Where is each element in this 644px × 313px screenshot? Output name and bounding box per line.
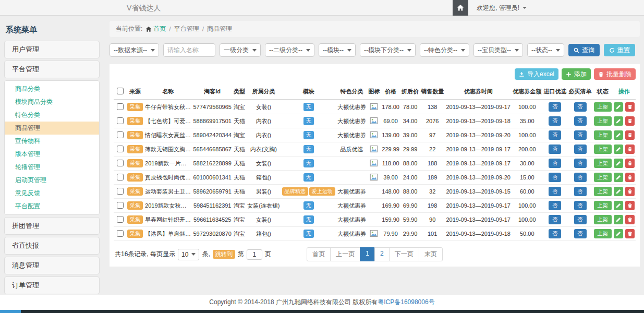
select-all-checkbox[interactable] bbox=[117, 88, 124, 94]
delete-button[interactable] bbox=[625, 159, 635, 168]
sidebar-item[interactable]: 商品分类 bbox=[5, 82, 99, 95]
delete-button[interactable] bbox=[625, 187, 635, 196]
import-select-toggle[interactable]: 否 bbox=[549, 187, 561, 196]
batch-delete-button[interactable]: 批量删除 bbox=[594, 68, 636, 80]
status-button[interactable]: 上架 bbox=[594, 229, 612, 238]
sidebar-item[interactable]: 模块商品分类 bbox=[5, 95, 99, 109]
edit-button[interactable] bbox=[614, 116, 623, 126]
status-button[interactable]: 上架 bbox=[594, 187, 612, 196]
sidebar-group-item[interactable]: 省直快报 bbox=[4, 237, 100, 255]
sidebar-group-item[interactable]: 平台管理 bbox=[4, 61, 100, 78]
must-buy-toggle[interactable]: 否 bbox=[574, 102, 587, 112]
row-checkbox[interactable] bbox=[117, 230, 124, 237]
import-select-toggle[interactable]: 否 bbox=[549, 145, 561, 154]
import-select-toggle[interactable]: 否 bbox=[549, 215, 561, 224]
pagination-button[interactable]: 上一页 bbox=[330, 247, 360, 261]
edit-button[interactable] bbox=[614, 229, 623, 238]
status-button[interactable]: 上架 bbox=[594, 116, 612, 126]
jump-page-input[interactable] bbox=[247, 249, 262, 260]
edit-button[interactable] bbox=[614, 187, 623, 196]
import-excel-button[interactable]: 导入excel bbox=[515, 68, 558, 80]
sidebar-item[interactable]: 宣传物料 bbox=[5, 135, 99, 148]
must-buy-toggle[interactable]: 否 bbox=[574, 187, 587, 196]
sidebar-item[interactable]: 特色分类 bbox=[5, 109, 99, 122]
status-button[interactable]: 上架 bbox=[594, 102, 612, 112]
must-buy-toggle[interactable]: 否 bbox=[574, 215, 587, 224]
must-buy-toggle[interactable]: 否 bbox=[574, 229, 587, 238]
sidebar-item[interactable]: 轮播管理 bbox=[5, 161, 99, 174]
filter-select[interactable]: --模块下分类-- bbox=[360, 43, 416, 57]
delete-button[interactable] bbox=[625, 116, 635, 126]
row-checkbox[interactable] bbox=[117, 202, 124, 209]
row-checkbox[interactable] bbox=[117, 160, 124, 166]
sidebar-group-item[interactable]: 拼团管理 bbox=[4, 217, 100, 235]
search-button[interactable]: 查询 bbox=[568, 44, 600, 56]
delete-button[interactable] bbox=[625, 229, 635, 238]
must-buy-toggle[interactable]: 否 bbox=[574, 130, 587, 140]
import-select-toggle[interactable]: 否 bbox=[549, 201, 561, 210]
must-buy-toggle[interactable]: 否 bbox=[574, 173, 587, 182]
per-page-select[interactable]: 10 bbox=[178, 249, 199, 260]
status-button[interactable]: 上架 bbox=[594, 173, 612, 182]
row-checkbox[interactable] bbox=[117, 146, 124, 152]
row-checkbox[interactable] bbox=[117, 174, 124, 180]
edit-button[interactable] bbox=[614, 173, 623, 182]
sidebar-item[interactable]: 版本管理 bbox=[5, 148, 99, 161]
filter-select[interactable]: --特色分类-- bbox=[420, 43, 469, 57]
must-buy-toggle[interactable]: 否 bbox=[574, 201, 587, 210]
edit-button[interactable] bbox=[614, 145, 623, 154]
pagination-button[interactable]: 首页 bbox=[307, 247, 331, 261]
reset-button[interactable]: 重置 bbox=[604, 44, 635, 56]
sidebar-group-item[interactable]: 订单管理 bbox=[4, 276, 100, 294]
pagination-button[interactable]: 下一页 bbox=[389, 247, 419, 261]
row-checkbox[interactable] bbox=[117, 131, 124, 138]
status-button[interactable]: 上架 bbox=[594, 145, 612, 154]
delete-button[interactable] bbox=[625, 102, 635, 112]
pagination-button[interactable]: 1 bbox=[360, 247, 375, 261]
status-button[interactable]: 上架 bbox=[594, 215, 612, 224]
sidebar-item[interactable]: 意见反馈 bbox=[5, 187, 99, 200]
must-buy-toggle[interactable]: 否 bbox=[574, 145, 587, 154]
filter-select[interactable]: --状态-- bbox=[527, 43, 564, 57]
import-select-toggle[interactable]: 否 bbox=[549, 116, 561, 126]
import-select-toggle[interactable]: 否 bbox=[549, 159, 561, 168]
pagination-button[interactable]: 2 bbox=[374, 247, 390, 261]
filter-select[interactable]: --宝贝类型-- bbox=[473, 43, 523, 57]
filter-select[interactable]: --二级分类-- bbox=[265, 43, 314, 57]
sidebar-item[interactable]: 平台配置 bbox=[5, 200, 99, 213]
status-button[interactable]: 上架 bbox=[594, 130, 612, 140]
sidebar-group-item[interactable]: 用户管理 bbox=[4, 41, 100, 58]
delete-button[interactable] bbox=[625, 201, 635, 210]
breadcrumb-home-link[interactable]: 首页 bbox=[145, 25, 166, 33]
row-checkbox[interactable] bbox=[117, 117, 124, 124]
must-buy-toggle[interactable]: 否 bbox=[574, 116, 587, 126]
import-select-toggle[interactable]: 否 bbox=[549, 173, 561, 182]
filter-select[interactable]: --模块-- bbox=[319, 43, 356, 57]
filter-select[interactable]: --数据来源-- bbox=[110, 43, 159, 57]
filter-name-input[interactable] bbox=[163, 43, 215, 57]
edit-button[interactable] bbox=[614, 215, 623, 224]
status-button[interactable]: 上架 bbox=[594, 159, 612, 168]
edit-button[interactable] bbox=[614, 201, 623, 210]
delete-button[interactable] bbox=[625, 130, 635, 140]
home-button[interactable] bbox=[453, 0, 468, 16]
delete-button[interactable] bbox=[625, 145, 635, 154]
row-checkbox[interactable] bbox=[117, 216, 124, 223]
must-buy-toggle[interactable]: 否 bbox=[574, 159, 587, 168]
filter-select[interactable]: 一级分类 bbox=[220, 43, 261, 57]
sidebar-item[interactable]: 启动页管理 bbox=[5, 174, 99, 187]
sidebar-group-item[interactable]: 消息管理 bbox=[4, 257, 100, 274]
jump-link[interactable]: 跳转到 bbox=[213, 250, 235, 259]
row-checkbox[interactable] bbox=[117, 188, 124, 195]
import-select-toggle[interactable]: 否 bbox=[549, 229, 561, 238]
edit-button[interactable] bbox=[614, 159, 623, 168]
delete-button[interactable] bbox=[625, 215, 635, 224]
edit-button[interactable] bbox=[614, 102, 623, 112]
user-menu[interactable]: 欢迎您, 管理员! bbox=[477, 4, 527, 13]
sidebar-item[interactable]: 商品管理 bbox=[5, 122, 99, 135]
pagination-button[interactable]: 末页 bbox=[419, 247, 443, 261]
edit-button[interactable] bbox=[614, 130, 623, 140]
import-select-toggle[interactable]: 否 bbox=[549, 102, 561, 112]
delete-button[interactable] bbox=[625, 173, 635, 182]
import-select-toggle[interactable]: 否 bbox=[549, 130, 561, 140]
